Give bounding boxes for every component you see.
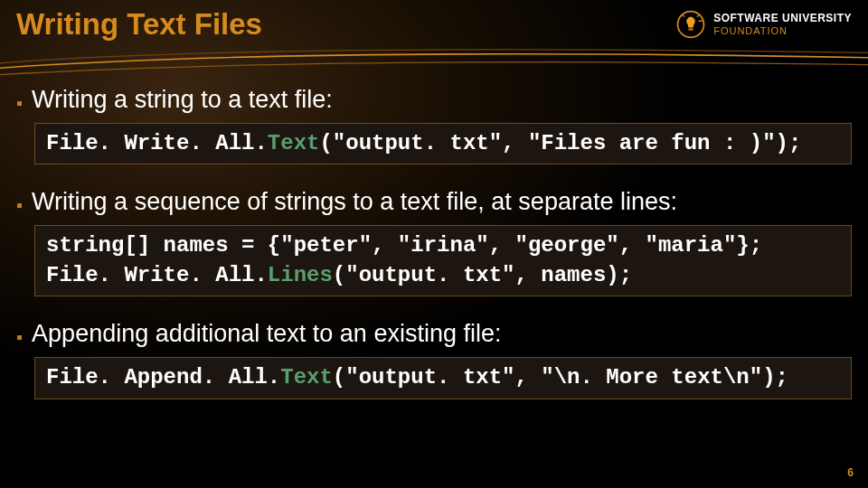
lightbulb-icon (675, 9, 706, 40)
code-block: File. Write. All.Text("output. txt", "Fi… (34, 123, 852, 164)
bullet-item: ▪ Appending additional text to an existi… (16, 320, 852, 348)
slide-content: ▪ Writing a string to a text file: File.… (16, 86, 852, 423)
decorative-swoosh (0, 41, 868, 86)
bullet-marker: ▪ (16, 327, 23, 348)
svg-rect-1 (689, 28, 693, 31)
logo-line2: FOUNDATION (713, 25, 852, 36)
bullet-text: Writing a string to a text file: (32, 86, 333, 114)
page-number: 6 (847, 466, 854, 479)
bullet-text: Writing a sequence of strings to a text … (32, 188, 677, 216)
code-block: File. Append. All.Text("output. txt", "\… (34, 357, 852, 399)
brand-logo: SOFTWARE UNIVERSITY FOUNDATION (675, 9, 852, 40)
bullet-marker: ▪ (16, 195, 23, 216)
bullet-item: ▪ Writing a sequence of strings to a tex… (16, 188, 852, 216)
bullet-text: Appending additional text to an existing… (32, 320, 501, 348)
bullet-item: ▪ Writing a string to a text file: (16, 86, 852, 114)
svg-line-3 (699, 21, 703, 22)
logo-line1: SOFTWARE UNIVERSITY (713, 13, 852, 24)
slide-title: Writing Text Files (16, 7, 262, 42)
code-block: string[] names = {"peter", "irina", "geo… (34, 225, 852, 296)
bullet-marker: ▪ (16, 93, 23, 114)
